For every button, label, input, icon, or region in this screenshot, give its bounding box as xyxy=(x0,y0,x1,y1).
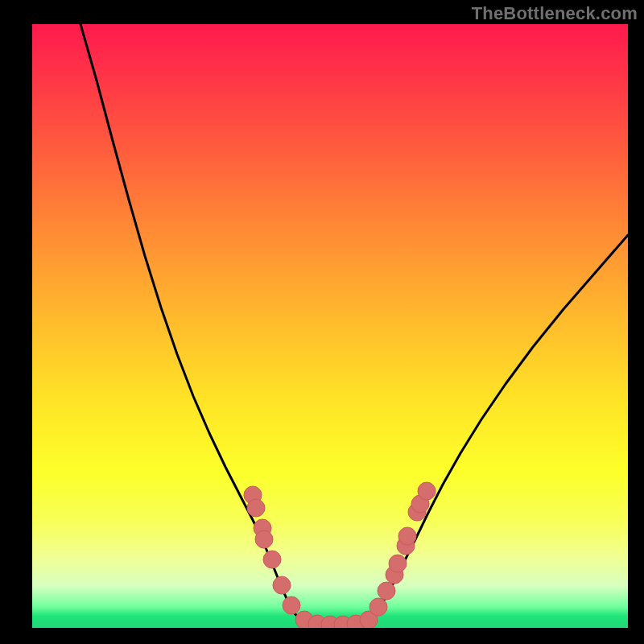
chart-overlay xyxy=(32,24,628,628)
data-marker xyxy=(378,582,395,600)
data-marker xyxy=(283,597,300,614)
bottleneck-curve xyxy=(80,24,628,626)
data-marker xyxy=(255,530,273,548)
watermark-text: TheBottleneck.com xyxy=(472,3,638,24)
chart-frame: TheBottleneck.com xyxy=(0,0,644,644)
data-marker xyxy=(389,555,407,572)
data-marker xyxy=(273,576,291,594)
data-marker xyxy=(418,482,436,500)
plot-area xyxy=(32,24,628,628)
data-marker xyxy=(369,598,387,616)
data-marker xyxy=(247,499,265,517)
data-marker xyxy=(263,551,281,568)
data-marker xyxy=(398,527,416,545)
